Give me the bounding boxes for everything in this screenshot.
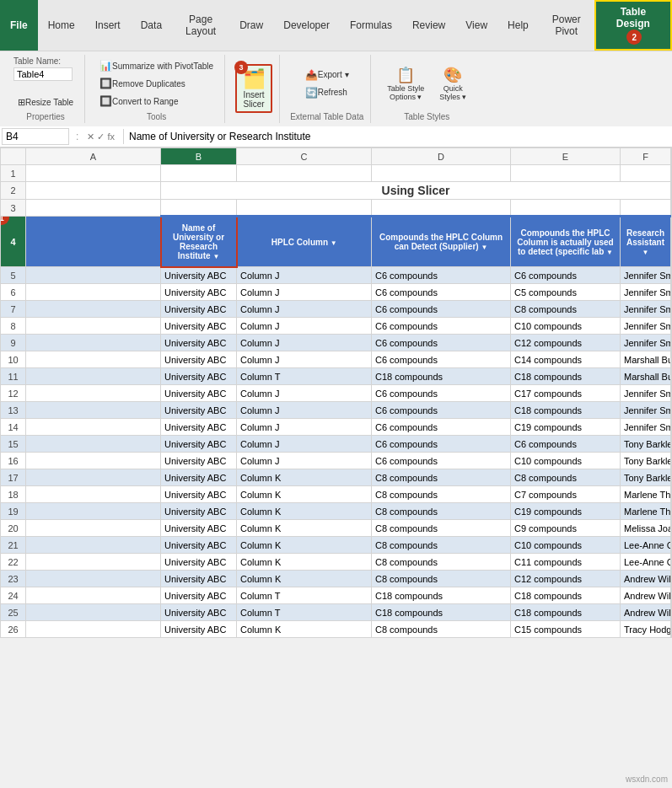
cell-e1[interactable] (511, 165, 621, 182)
cell-g4[interactable] (671, 217, 672, 267)
cell-d1[interactable] (372, 165, 511, 182)
tab-table-design[interactable]: Table Design 2 (594, 0, 672, 51)
table-row: 23 University ABCColumn KC8 compoundsC12… (1, 571, 672, 587)
col-E[interactable]: E (511, 148, 621, 165)
table-row: 10 University ABCColumn JC6 compoundsC14… (1, 351, 672, 368)
row-6[interactable]: 6 (1, 284, 26, 301)
tab-view[interactable]: View (455, 0, 497, 51)
tools-group: 📊 Summarize with PivotTable 🔲 Remove Dup… (89, 55, 225, 123)
header-compounds-detect[interactable]: Compounds the HPLC Column can Detect (Su… (372, 217, 511, 267)
row-8[interactable]: 8 (1, 318, 26, 335)
table-row: 21 University ABCColumn KC8 compoundsC10… (1, 537, 672, 554)
tab-file[interactable]: File (0, 0, 38, 51)
name-box[interactable] (2, 128, 69, 145)
cell-f1[interactable] (621, 165, 671, 182)
cell-a2[interactable] (26, 182, 161, 200)
table-row: 12 University ABCColumn JC6 compoundsC17… (1, 385, 672, 402)
tab-insert[interactable]: Insert (85, 0, 131, 51)
cell-c1[interactable] (237, 165, 372, 182)
cell-g1[interactable] (671, 165, 672, 182)
row-12[interactable]: 12 (1, 385, 26, 402)
row-24[interactable]: 24 (1, 587, 26, 604)
table-name-input[interactable] (13, 67, 73, 81)
row-19[interactable]: 19 (1, 503, 26, 520)
row-5[interactable]: 5 (1, 267, 26, 284)
refresh-button[interactable]: 🔄 Refresh (301, 84, 353, 101)
row-20[interactable]: 20 (1, 520, 26, 537)
row-26[interactable]: 26 (1, 621, 26, 638)
table-row: 18 University ABCColumn KC8 compoundsC7 … (1, 486, 672, 503)
tab-review[interactable]: Review (402, 0, 455, 51)
resize-table-button[interactable]: ⊞ Resize Table (13, 94, 78, 110)
summarize-pivottable-button[interactable]: 📊 Summarize with PivotTable (95, 57, 218, 74)
tab-formulas[interactable]: Formulas (340, 0, 402, 51)
col-G[interactable]: G (671, 148, 672, 165)
cell-g3[interactable] (671, 200, 672, 217)
cell-e3[interactable] (511, 200, 621, 217)
header-research-assistant[interactable]: Research Assistant ▼ (621, 217, 671, 267)
row-25[interactable]: 25 (1, 604, 26, 621)
table-row: 11 University ABCColumn TC18 compoundsC1… (1, 368, 672, 385)
convert-to-range-button[interactable]: 🔲 Convert to Range (95, 93, 218, 110)
tab-help[interactable]: Help (497, 0, 539, 51)
row-7[interactable]: 7 (1, 301, 26, 318)
col-A[interactable]: A (26, 148, 161, 165)
cell-a1[interactable] (26, 165, 161, 182)
row-22[interactable]: 22 (1, 554, 26, 571)
table-row: 20 University ABCColumn KC8 compoundsC9 … (1, 520, 672, 537)
row-4[interactable]: 4 1 (1, 217, 26, 267)
tab-home[interactable]: Home (38, 0, 85, 51)
col-B[interactable]: B (161, 148, 237, 165)
formula-input[interactable] (127, 129, 670, 144)
external-table-data-label: External Table Data (290, 112, 363, 121)
row-11[interactable]: 11 (1, 368, 26, 385)
convert-icon: 🔲 (99, 95, 112, 107)
row-13[interactable]: 13 (1, 402, 26, 419)
header-hplc[interactable]: HPLC Column ▼ (237, 217, 372, 267)
quick-styles-button[interactable]: 🎨 QuickStyles ▾ (433, 62, 472, 105)
col-F[interactable]: F (621, 148, 671, 165)
row-21[interactable]: 21 (1, 537, 26, 554)
table-row: 7 University ABCColumn JC6 compoundsC8 c… (1, 301, 672, 318)
cell-b3[interactable] (161, 200, 237, 217)
row-3[interactable]: 3 (1, 200, 26, 217)
cell-c3[interactable] (237, 200, 372, 217)
header-university[interactable]: Name of University or Research Institute… (161, 217, 237, 267)
cell-a4[interactable] (26, 217, 161, 267)
row-18[interactable]: 18 (1, 486, 26, 503)
cell-b1[interactable] (161, 165, 237, 182)
insert-slicer-button[interactable]: 🗂️ InsertSlicer 3 (235, 64, 272, 113)
col-corner (1, 148, 26, 165)
header-compounds-used[interactable]: Compounds the HPLC Column is actually us… (511, 217, 621, 267)
tab-data[interactable]: Data (131, 0, 172, 51)
row-1[interactable]: 1 (1, 165, 26, 182)
title-cell[interactable]: Using Slicer (161, 182, 671, 200)
col-D[interactable]: D (372, 148, 511, 165)
row-10[interactable]: 10 (1, 351, 26, 368)
table-row: 3 (1, 200, 672, 217)
row-23[interactable]: 23 (1, 571, 26, 587)
row-16[interactable]: 16 (1, 453, 26, 469)
cell-d3[interactable] (372, 200, 511, 217)
row-9[interactable]: 9 (1, 335, 26, 351)
row-14[interactable]: 14 (1, 419, 26, 436)
tab-page-layout[interactable]: Page Layout (172, 0, 229, 51)
formula-bar: : ✕ ✓ fx (0, 126, 672, 147)
properties-label: Properties (26, 112, 65, 121)
tab-developer[interactable]: Developer (273, 0, 340, 51)
cell-a3[interactable] (26, 200, 161, 217)
remove-duplicates-button[interactable]: 🔲 Remove Duplicates (95, 75, 218, 92)
table-style-options-button[interactable]: 📋 Table StyleOptions ▾ (381, 62, 430, 105)
row-17[interactable]: 17 (1, 469, 26, 486)
table-row: 9 University ABCColumn JC6 compoundsC12 … (1, 335, 672, 351)
tab-power-pivot[interactable]: Power Pivot (539, 0, 594, 51)
table-row: 13 University ABCColumn JC6 compoundsC18… (1, 402, 672, 419)
cell-g2[interactable] (671, 182, 672, 200)
row-15[interactable]: 15 (1, 436, 26, 453)
badge-1: 1 (1, 217, 10, 226)
col-C[interactable]: C (237, 148, 372, 165)
cell-f3[interactable] (621, 200, 671, 217)
tab-draw[interactable]: Draw (229, 0, 273, 51)
export-button[interactable]: 📤 Export ▾ (301, 67, 353, 83)
row-2[interactable]: 2 (1, 182, 26, 200)
